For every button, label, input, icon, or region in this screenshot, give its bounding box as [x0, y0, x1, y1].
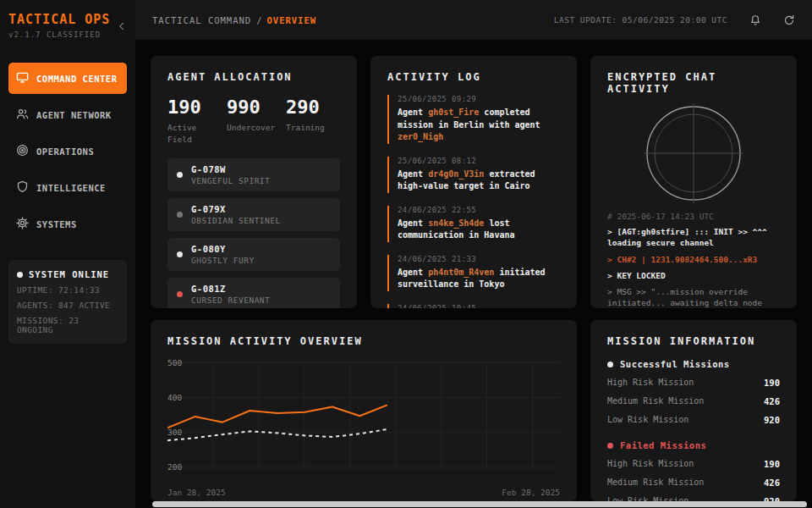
agent-status-dot	[177, 172, 183, 178]
y-tick: 200	[167, 462, 182, 472]
mission-activity-card: MISSION ACTIVITY OVERVIEW 500 400 300 20…	[151, 320, 577, 501]
encrypted-chat-title: ENCRYPTED CHAT ACTIVITY	[607, 71, 780, 95]
agent-status-dot	[177, 291, 183, 297]
target-icon	[16, 144, 29, 158]
success-dot	[607, 362, 613, 367]
sidebar-item-label: OPERATIONS	[36, 146, 94, 157]
chat-line: > MSG >> "...mission override initiated.…	[607, 286, 780, 308]
refresh-button[interactable]	[783, 14, 795, 26]
stat-training: 290 Training	[286, 97, 340, 146]
agent-list: G-078WVENGEFUL SPIRIT G-079XOBSIDIAN SEN…	[167, 158, 340, 309]
mission-information-title: MISSION INFORMATION	[607, 335, 780, 347]
y-tick: 400	[167, 393, 182, 402]
agent-row-g080y[interactable]: G-080YGHOSTLY FURY	[167, 238, 340, 271]
x-end-label: Feb 28, 2025	[502, 488, 560, 497]
sidebar: TACTICAL OPS v2.1.7 CLASSIFIED COMMAND C…	[0, 0, 135, 508]
breadcrumb-current[interactable]: OVERVIEW	[266, 15, 316, 25]
chat-line: > KEY LOCKED	[607, 270, 780, 281]
agents-text: AGENTS: 847 ACTIVE	[17, 301, 118, 310]
sidebar-item-label: AGENT NETWORK	[36, 110, 112, 120]
app-version: v2.1.7 CLASSIFIED	[8, 30, 127, 39]
log-entry: 24/06/2025 22:55 Agent sn4ke_Sh4de lost …	[387, 206, 560, 242]
x-axis-labels: Jan 28, 2025 Feb 28, 2025	[167, 488, 560, 497]
log-entry: 24/06/2025 19:45	[387, 304, 560, 309]
main-area: AGENT ALLOCATION 190 Active Field 990 Un…	[135, 40, 812, 508]
log-entry: 24/06/2025 21:33 Agent ph4nt0m_R4ven ini…	[387, 255, 560, 291]
chat-line: > [AGT:gh0stfire] ::: INIT >> ^^^ loadin…	[607, 226, 780, 249]
sidebar-item-command-center[interactable]: COMMAND CENTER	[8, 63, 127, 94]
sidebar-item-operations[interactable]: OPERATIONS	[8, 135, 127, 167]
mission-stat-row: High Risk Mission 190	[607, 459, 780, 469]
mission-stat-row: Medium Risk Mission 426	[607, 396, 780, 406]
online-status-dot	[17, 272, 23, 278]
sidebar-item-systems[interactable]: SYSTEMS	[8, 208, 127, 240]
sidebar-item-label: COMMAND CENTER	[36, 74, 118, 84]
system-status-panel: SYSTEM ONLINE UPTIME: 72:14:33 AGENTS: 8…	[8, 260, 127, 344]
breadcrumb-root: TACTICAL COMMAND	[152, 15, 251, 25]
chevron-left-icon	[117, 21, 127, 31]
mission-chart: 500 400 300 200	[167, 357, 560, 483]
mission-stat-row: High Risk Mission 190	[607, 378, 780, 388]
activity-log-card: ACTIVITY LOG 25/06/2025 09:29 Agent gh0s…	[370, 56, 577, 308]
sidebar-nav: COMMAND CENTER AGENT NETWORK OPERATIONS …	[8, 63, 127, 240]
y-tick: 300	[167, 428, 182, 437]
successful-missions-header: Successful Missions	[607, 359, 780, 369]
mission-stat-row: Medium Risk Mission 426	[607, 478, 780, 488]
cards-row-2: MISSION ACTIVITY OVERVIEW 500 400 300 20…	[151, 320, 797, 501]
breadcrumb-separator: /	[256, 15, 261, 25]
sidebar-item-label: INTELLIGENCE	[36, 183, 106, 193]
log-entry: 25/06/2025 08:12 Agent dr4g0n_V3in extra…	[387, 157, 560, 193]
log-entry: 25/06/2025 09:29 Agent gh0st_Fire comple…	[387, 95, 560, 144]
chat-timestamp: # 2025-06-17 14:23 UTC	[607, 212, 780, 221]
agent-status-dot	[177, 251, 183, 257]
notifications-button[interactable]	[749, 14, 761, 26]
agent-status-dot	[177, 212, 183, 218]
shield-icon	[16, 180, 29, 195]
content-column: TACTICAL COMMAND / OVERVIEW LAST UPDATE:…	[135, 0, 812, 508]
last-update-text: LAST UPDATE: 05/06/2025 20:00 UTC	[554, 15, 727, 25]
crosshair-circles-icon	[642, 102, 745, 205]
y-tick: 500	[167, 358, 182, 367]
agent-row-g079x[interactable]: G-079XOBSIDIAN SENTINEL	[167, 198, 340, 231]
mission-chart-svg	[167, 357, 560, 483]
agent-stats: 190 Active Field 990 Undercover 290 Trai…	[167, 97, 340, 146]
failed-missions-header: Failed Missions	[607, 440, 780, 450]
x-start-label: Jan 28, 2025	[167, 488, 226, 497]
uptime-text: UPTIME: 72:14:33	[17, 285, 118, 295]
failed-dot	[607, 443, 613, 449]
sidebar-item-intelligence[interactable]: INTELLIGENCE	[8, 172, 127, 203]
users-icon	[16, 108, 29, 122]
sidebar-item-agent-network[interactable]: AGENT NETWORK	[8, 99, 127, 130]
topbar: TACTICAL COMMAND / OVERVIEW LAST UPDATE:…	[135, 0, 812, 40]
app-root: TACTICAL OPS v2.1.7 CLASSIFIED COMMAND C…	[0, 0, 812, 508]
radar-graphic	[607, 102, 780, 205]
bell-icon	[749, 14, 761, 26]
gear-icon	[16, 217, 29, 231]
agent-row-g081z[interactable]: G-081ZCURSED REVENANT	[167, 278, 340, 309]
stat-active-field: 190 Active Field	[167, 97, 222, 146]
mission-activity-title: MISSION ACTIVITY OVERVIEW	[167, 335, 560, 347]
sidebar-item-label: SYSTEMS	[36, 219, 77, 229]
agent-allocation-card: AGENT ALLOCATION 190 Active Field 990 Un…	[151, 56, 357, 308]
horizontal-scrollbar[interactable]	[152, 501, 807, 507]
missions-text: MISSIONS: 23 ONGOING	[17, 316, 118, 334]
stat-undercover: 990 Undercover	[227, 97, 281, 146]
activity-log-title: ACTIVITY LOG	[387, 71, 560, 83]
monitor-icon	[16, 71, 29, 86]
sidebar-collapse-button[interactable]	[117, 19, 127, 35]
mission-information-card: MISSION INFORMATION Successful Missions …	[590, 320, 797, 501]
cards-row-1: AGENT ALLOCATION 190 Active Field 990 Un…	[151, 56, 797, 308]
topbar-actions: LAST UPDATE: 05/06/2025 20:00 UTC	[554, 14, 795, 26]
app-title: TACTICAL OPS	[8, 12, 127, 27]
system-status-title: SYSTEM ONLINE	[17, 269, 118, 279]
activity-log-list: 25/06/2025 09:29 Agent gh0st_Fire comple…	[387, 95, 560, 308]
agent-row-g078w[interactable]: G-078WVENGEFUL SPIRIT	[167, 158, 340, 191]
refresh-icon	[783, 14, 795, 26]
agent-allocation-title: AGENT ALLOCATION	[167, 71, 340, 83]
mission-stat-row: Low Risk Mission 920	[607, 415, 780, 425]
encrypted-chat-card: ENCRYPTED CHAT ACTIVITY # 2025-06-17 14:…	[590, 56, 797, 308]
chat-line: > CH#2 | 1231.9082464.500...xR3	[607, 254, 780, 265]
